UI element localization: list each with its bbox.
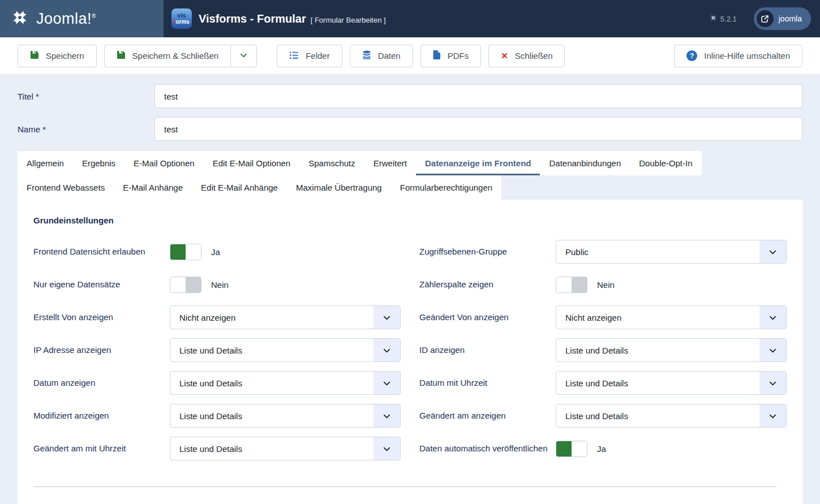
joomla-version: 5.2.1: [710, 14, 737, 23]
tab-edit-email-anhaenge[interactable]: Edit E-Mail Anhänge: [192, 175, 287, 200]
chevron-down-icon: [759, 404, 786, 427]
field-erstellt-von-anzeigen: Erstellt Von anzeigen Nicht anzeigen: [33, 305, 401, 329]
geaendert-am-mit-uhrzeit-select[interactable]: Liste und Details: [170, 437, 401, 460]
field-zaehlerspalte-zeigen: Zählerspalte zeigen Nein: [419, 273, 787, 296]
header-title-area: vis forms Visforms - Formular[ Formular …: [164, 0, 820, 37]
section-divider: [33, 486, 776, 487]
nur-eigene-datensaetze-toggle[interactable]: [170, 277, 201, 293]
tab-double-opt-in[interactable]: Double-Opt-In: [630, 151, 701, 175]
user-menu-button[interactable]: joomla: [754, 7, 811, 30]
tab-formularberechtigungen[interactable]: Formularberechtigungen: [391, 175, 501, 200]
close-button[interactable]: ✕ Schließen: [488, 45, 565, 67]
section-heading: Grundeinstellungen: [33, 216, 787, 225]
data-label: Daten: [378, 51, 401, 61]
tab-edit-email-optionen[interactable]: Edit E-Mail Optionen: [204, 151, 300, 175]
version-number: 5.2.1: [720, 15, 737, 23]
save-close-button[interactable]: Speichern & Schließen: [104, 45, 231, 67]
pdfs-label: PDFs: [448, 51, 469, 61]
field-ip-adresse-anzeigen: IP Adresse anzeigen Liste und Details: [33, 338, 401, 362]
visforms-icon-text-top: vis: [177, 12, 186, 19]
select-value: Nicht anzeigen: [179, 313, 235, 322]
field-label: Geändert Von anzeigen: [419, 312, 556, 323]
save-icon: [30, 50, 39, 61]
visforms-app-icon: vis forms: [171, 8, 192, 29]
toggle-state-label: Ja: [597, 444, 606, 454]
tab-datenanbindungen[interactable]: Datenanbindungen: [540, 151, 630, 175]
field-label: ID anzeigen: [419, 344, 556, 356]
database-icon: [362, 50, 371, 61]
datum-anzeigen-select[interactable]: Liste und Details: [170, 371, 401, 395]
field-label: Zählerspalte zeigen: [419, 279, 556, 290]
daten-automatisch-veroeffentlichen-toggle[interactable]: [556, 441, 587, 457]
datum-mit-uhrzeit-select[interactable]: Liste und Details: [556, 371, 787, 395]
field-label: Nur eigene Datensätze: [33, 279, 170, 290]
field-datum-mit-uhrzeit: Datum mit Uhrzeit Liste und Details: [419, 371, 787, 395]
geaendert-am-anzeigen-select[interactable]: Liste und Details: [556, 404, 787, 428]
question-mark-icon: ?: [686, 50, 697, 61]
field-datum-anzeigen: Datum anzeigen Liste und Details: [33, 371, 401, 395]
zugriffsebenen-gruppe-select[interactable]: Public: [556, 240, 787, 264]
field-label: IP Adresse anzeigen: [33, 344, 170, 356]
tab-datenanzeige-im-frontend[interactable]: Datenanzeige im Frontend: [416, 151, 540, 175]
field-label: Geändert am anzeigen: [419, 410, 556, 421]
settings-grid: Frontend Datensicht erlauben Ja Zugriffs…: [33, 240, 787, 460]
save-close-label: Speichern & Schließen: [132, 51, 219, 61]
field-geaendert-am-mit-uhrzeit: Geändert am mit Uhrzeit Liste und Detail…: [33, 437, 401, 460]
select-value: Liste und Details: [565, 411, 628, 421]
field-label: Erstellt Von anzeigen: [33, 312, 170, 323]
field-label: Modifiziert anzeigen: [33, 410, 170, 421]
inline-help-button[interactable]: ? Inline-Hilfe umschalten: [674, 45, 802, 67]
file-icon: [433, 50, 441, 61]
header-brand-area: Joomla!®: [0, 0, 164, 37]
zaehlerspalte-zeigen-toggle[interactable]: [556, 277, 587, 293]
tab-row-1: Allgemein Ergebnis E-Mail Optionen Edit …: [18, 151, 702, 175]
geaendert-von-anzeigen-select[interactable]: Nicht anzeigen: [556, 305, 787, 329]
select-value: Liste und Details: [565, 378, 628, 388]
tab-frontend-webassets[interactable]: Frontend Webassets: [18, 175, 114, 200]
name-field-row: Name *: [18, 117, 802, 141]
chevron-down-icon: [759, 372, 786, 394]
select-value: Liste und Details: [565, 346, 628, 355]
field-id-anzeigen: ID anzeigen Liste und Details: [419, 338, 787, 362]
field-label: Datum anzeigen: [33, 377, 170, 389]
tab-email-optionen[interactable]: E-Mail Optionen: [124, 151, 204, 175]
inline-help-label: Inline-Hilfe umschalten: [704, 51, 790, 61]
select-value: Public: [565, 247, 589, 257]
modifiziert-anzeigen-select[interactable]: Liste und Details: [170, 404, 401, 428]
chevron-down-icon: [239, 51, 248, 61]
toggle-state-label: Nein: [597, 280, 615, 290]
save-options-dropdown-button[interactable]: [231, 45, 257, 67]
chevron-down-icon: [759, 339, 786, 361]
pdfs-button[interactable]: PDFs: [420, 45, 482, 67]
tab-ergebnis[interactable]: Ergebnis: [73, 151, 124, 175]
tab-spamschutz[interactable]: Spamschutz: [299, 151, 364, 175]
field-nur-eigene-datensaetze: Nur eigene Datensätze Nein: [33, 273, 401, 296]
field-label: Zugriffsebenen-Gruppe: [419, 246, 556, 257]
ip-adresse-anzeigen-select[interactable]: Liste und Details: [170, 338, 401, 362]
data-button[interactable]: Daten: [350, 45, 413, 67]
joomla-logo-icon: [9, 7, 31, 31]
chevron-down-icon: [373, 339, 400, 361]
field-daten-automatisch-veroeffentlichen: Daten automatisch veröffentlichen Ja: [419, 437, 787, 460]
save-button[interactable]: Speichern: [18, 45, 97, 67]
tab-email-anhaenge[interactable]: E-Mail Anhänge: [114, 175, 192, 200]
tab-erweitert[interactable]: Erweitert: [364, 151, 416, 175]
title-input[interactable]: [154, 84, 802, 108]
field-frontend-datensicht-erlauben: Frontend Datensicht erlauben Ja: [33, 240, 401, 264]
chevron-down-icon: [373, 372, 400, 394]
fields-button[interactable]: Felder: [277, 45, 342, 67]
field-geaendert-von-anzeigen: Geändert Von anzeigen Nicht anzeigen: [419, 305, 787, 329]
tab-maximale-uebertragung[interactable]: Maximale Übertragung: [287, 175, 391, 200]
erstellt-von-anzeigen-select[interactable]: Nicht anzeigen: [170, 305, 401, 329]
select-value: Liste und Details: [179, 411, 242, 421]
save-icon: [117, 50, 126, 61]
chevron-down-icon: [759, 240, 786, 263]
toggle-state-label: Nein: [211, 280, 229, 290]
form-tabs: Allgemein Ergebnis E-Mail Optionen Edit …: [18, 151, 802, 200]
name-input[interactable]: [154, 117, 802, 141]
field-geaendert-am-anzeigen: Geändert am anzeigen Liste und Details: [419, 404, 787, 428]
close-label: Schließen: [515, 51, 553, 61]
id-anzeigen-select[interactable]: Liste und Details: [556, 338, 787, 362]
frontend-datensicht-toggle[interactable]: [170, 244, 201, 260]
tab-allgemein[interactable]: Allgemein: [18, 151, 73, 175]
